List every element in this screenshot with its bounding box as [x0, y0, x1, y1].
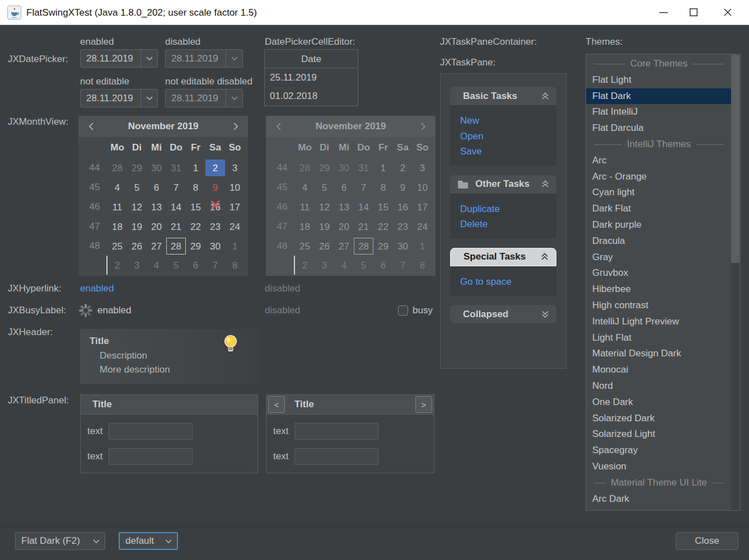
task-link[interactable]: Go to space — [460, 274, 546, 290]
calendar-day[interactable]: 5 — [166, 257, 186, 274]
taskpane-group-header[interactable]: Collapsed — [450, 305, 556, 323]
chevron-double-up-icon[interactable] — [541, 180, 549, 188]
calendar-day[interactable]: 2 — [205, 159, 225, 176]
calendar-day[interactable]: 20 — [147, 218, 166, 235]
next-month-button[interactable] — [223, 123, 248, 130]
chevron-down-icon[interactable] — [88, 533, 105, 549]
table-row[interactable]: 25.11.2019 — [265, 68, 358, 87]
theme-item[interactable]: Gray — [586, 250, 732, 266]
text-input[interactable] — [294, 448, 378, 465]
maximize-button[interactable] — [681, 0, 706, 25]
taskpane-group-header[interactable]: Basic Tasks — [450, 87, 556, 105]
theme-item[interactable]: Hiberbee — [586, 281, 732, 298]
theme-item[interactable]: Vuesion — [586, 459, 732, 475]
theme-item[interactable]: Dracula — [586, 233, 732, 250]
calendar-day[interactable]: 27 — [147, 238, 166, 255]
theme-item[interactable]: Arc Dark — [586, 491, 732, 507]
calendar-day[interactable]: 31 — [166, 159, 186, 176]
calendar-day[interactable]: 13 — [147, 199, 166, 215]
calendar-day[interactable]: 24 — [225, 218, 245, 235]
scrollbar-track[interactable] — [731, 263, 739, 511]
font-size-combobox[interactable]: default — [119, 532, 178, 550]
next-button[interactable]: > — [415, 396, 432, 413]
calendar-day[interactable]: 8 — [186, 179, 205, 196]
theme-item[interactable]: Flat Dark — [586, 88, 732, 105]
theme-item[interactable]: Arc - Orange — [586, 169, 732, 185]
hyperlink-enabled[interactable]: enabled — [80, 283, 114, 294]
chevron-double-down-icon[interactable] — [541, 310, 549, 318]
task-link[interactable]: Save — [460, 144, 546, 159]
calendar-day[interactable]: 11 — [107, 199, 127, 215]
monthview-enabled[interactable]: November 2019 MoDiMiDoFrSaSo 44282930311… — [78, 116, 248, 276]
laf-combobox[interactable]: Flat Dark (F2) — [15, 532, 105, 550]
calendar-day[interactable]: 14 — [166, 199, 186, 215]
theme-item[interactable]: Arc — [586, 153, 732, 169]
task-link[interactable]: Duplicate — [460, 201, 546, 217]
theme-item[interactable]: Material Design Dark — [586, 346, 732, 362]
theme-item[interactable]: Dark purple — [586, 217, 732, 233]
calendar-day[interactable]: 17 — [225, 199, 245, 215]
task-link[interactable]: Open — [460, 129, 546, 144]
theme-item[interactable]: Flat IntelliJ — [586, 104, 732, 120]
theme-item[interactable]: Spacegray — [586, 443, 732, 459]
theme-item[interactable]: Arc Dark Contrast — [586, 507, 732, 511]
calendar-day[interactable]: 3 — [225, 159, 245, 176]
minimize-button[interactable] — [650, 0, 676, 25]
chevron-down-icon[interactable] — [160, 533, 177, 549]
prev-month-button[interactable] — [78, 123, 103, 130]
calendar-day[interactable]: 6 — [186, 257, 205, 274]
theme-item[interactable]: IntelliJ Light Preview — [586, 314, 732, 330]
calendar-day[interactable]: 12 — [127, 199, 147, 215]
calendar-day[interactable]: 7 — [166, 179, 186, 196]
theme-item[interactable]: High contrast — [586, 298, 732, 314]
chevron-down-icon[interactable] — [141, 90, 157, 107]
calendar-day[interactable]: 25 — [107, 238, 127, 255]
taskpane-group-header[interactable]: Other Tasks — [450, 175, 556, 194]
chevron-double-up-icon[interactable] — [541, 253, 549, 261]
calendar-day[interactable]: 29 — [186, 238, 205, 255]
checkbox-busy[interactable]: busy — [398, 305, 433, 316]
calendar-day[interactable]: 7 — [205, 257, 225, 274]
theme-item[interactable]: Dark Flat — [586, 201, 732, 217]
calendar-day[interactable]: 28 — [166, 238, 186, 255]
scrollbar[interactable] — [731, 55, 739, 511]
chevron-down-icon[interactable] — [141, 50, 157, 67]
calendar-day[interactable]: 30 — [205, 238, 225, 255]
scrollbar-thumb[interactable] — [731, 55, 739, 263]
calendar-day[interactable]: 6 — [147, 179, 166, 196]
calendar-day[interactable]: 4 — [147, 257, 166, 274]
calendar-day[interactable]: 5 — [127, 179, 147, 196]
theme-item[interactable]: Solarized Dark — [586, 411, 732, 427]
text-input[interactable] — [109, 448, 193, 465]
theme-item[interactable]: Solarized Light — [586, 426, 732, 443]
checkbox-box[interactable] — [398, 305, 408, 316]
datepicker-enabled[interactable]: 28.11.2019 — [80, 49, 158, 68]
calendar-day[interactable]: 26 — [127, 238, 147, 255]
calendar-day[interactable]: 1 — [225, 238, 245, 255]
calendar-day[interactable]: 9 — [205, 179, 225, 196]
chevron-double-up-icon[interactable] — [541, 92, 549, 100]
close-window-button[interactable] — [715, 0, 741, 25]
task-link[interactable]: New — [460, 113, 546, 129]
taskpane-group-header[interactable]: Special Tasks — [450, 248, 556, 266]
theme-item[interactable]: Flat Darcula — [586, 120, 732, 137]
calendar-day[interactable]: 18 — [107, 218, 127, 235]
calendar-day[interactable]: 4 — [107, 179, 127, 196]
calendar-day[interactable]: 30 — [147, 159, 166, 176]
table-row[interactable]: 01.02.2018 — [265, 87, 358, 105]
theme-item[interactable]: Gruvbox — [586, 265, 732, 281]
calendar-day[interactable]: 15 — [186, 199, 205, 215]
calendar-day[interactable]: 21 — [166, 218, 186, 235]
calendar-day[interactable]: 23 — [205, 218, 225, 235]
date-cell-editor-table[interactable]: Date 25.11.2019 01.02.2018 — [264, 49, 358, 106]
calendar-day[interactable]: 2 — [107, 257, 127, 274]
calendar-day[interactable]: 3 — [127, 257, 147, 274]
calendar-day[interactable]: 16 — [205, 199, 225, 215]
calendar-day[interactable]: 1 — [186, 159, 205, 176]
calendar-day[interactable]: 22 — [186, 218, 205, 235]
calendar-day[interactable]: 29 — [127, 159, 147, 176]
prev-button[interactable]: < — [268, 396, 285, 413]
calendar-day[interactable]: 19 — [127, 218, 147, 235]
text-input[interactable] — [294, 423, 378, 440]
theme-item[interactable]: Cyan light — [586, 185, 732, 201]
